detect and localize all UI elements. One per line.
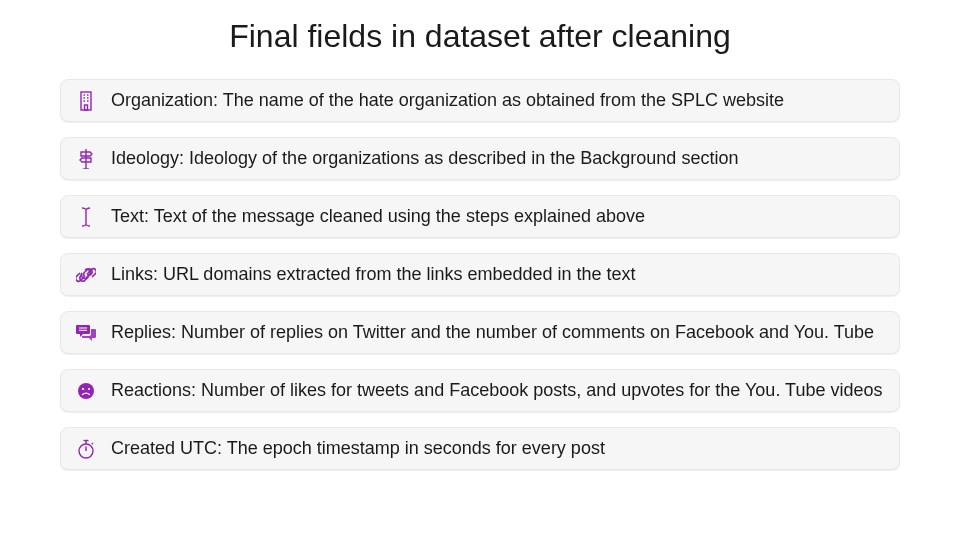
svg-rect-7	[85, 105, 88, 110]
field-text: Reactions: Number of likes for tweets an…	[111, 379, 882, 402]
field-list: Organization: The name of the hate organ…	[60, 79, 900, 470]
slide-title: Final fields in dataset after cleaning	[60, 18, 900, 55]
field-text: Links: URL domains extracted from the li…	[111, 263, 636, 286]
list-item: Links: URL domains extracted from the li…	[60, 253, 900, 296]
cursor-icon	[75, 207, 97, 227]
svg-line-22	[92, 443, 93, 444]
list-item: Text: Text of the message cleaned using …	[60, 195, 900, 238]
field-text: Replies: Number of replies on Twitter an…	[111, 321, 874, 344]
building-icon	[75, 91, 97, 111]
link-icon	[75, 265, 97, 285]
face-icon	[75, 382, 97, 400]
comments-icon	[75, 324, 97, 342]
stopwatch-icon	[75, 439, 97, 459]
signpost-icon	[75, 149, 97, 169]
svg-rect-0	[81, 92, 91, 110]
field-text: Organization: The name of the hate organ…	[111, 89, 784, 112]
list-item: Reactions: Number of likes for tweets an…	[60, 369, 900, 412]
list-item: Created UTC: The epoch timestamp in seco…	[60, 427, 900, 470]
slide: Final fields in dataset after cleaning O…	[0, 0, 960, 540]
svg-point-15	[78, 383, 94, 399]
field-text: Text: Text of the message cleaned using …	[111, 205, 645, 228]
list-item: Ideology: Ideology of the organizations …	[60, 137, 900, 180]
svg-point-17	[88, 388, 90, 390]
list-item: Replies: Number of replies on Twitter an…	[60, 311, 900, 354]
svg-point-16	[82, 388, 84, 390]
field-text: Created UTC: The epoch timestamp in seco…	[111, 437, 605, 460]
list-item: Organization: The name of the hate organ…	[60, 79, 900, 122]
field-text: Ideology: Ideology of the organizations …	[111, 147, 738, 170]
